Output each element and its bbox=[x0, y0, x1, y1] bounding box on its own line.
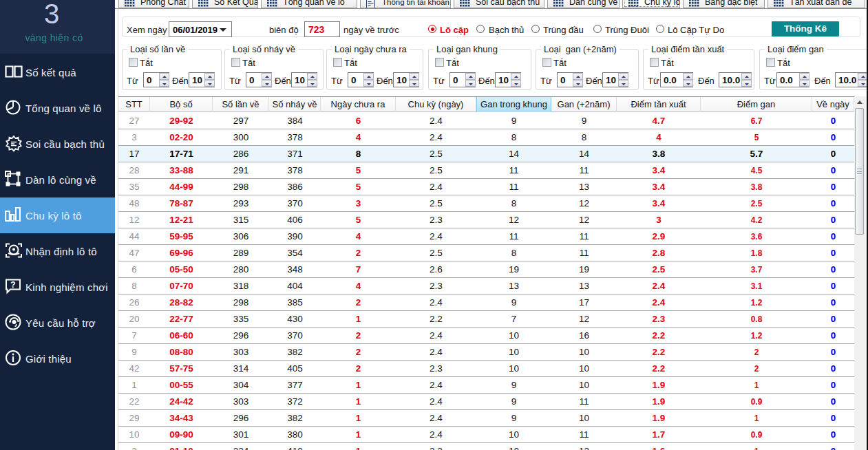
svg-text:?: ? bbox=[10, 280, 15, 290]
